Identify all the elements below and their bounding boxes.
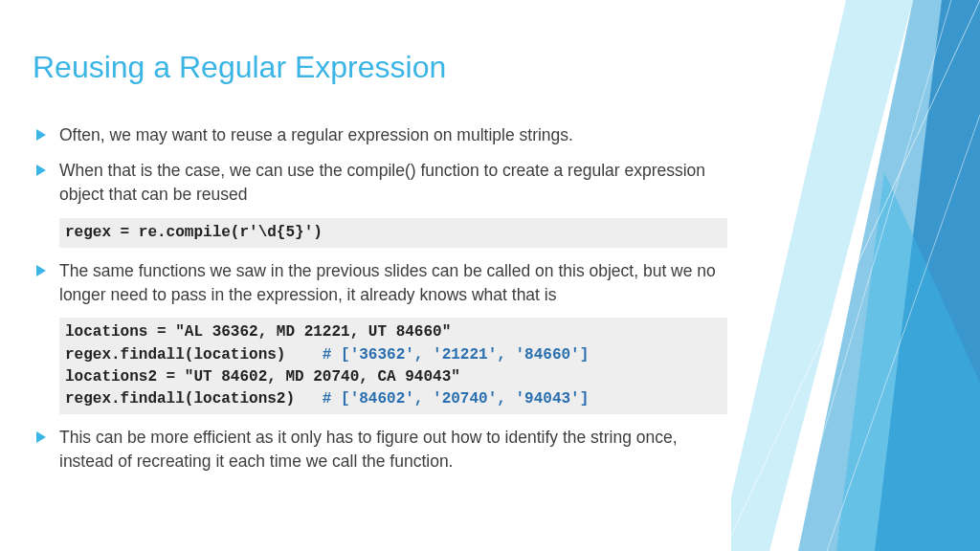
bullet-text: This can be more efficient as it only ha…	[59, 428, 678, 471]
code-comment: # ['84602', '20740', '94043']	[323, 390, 589, 408]
svg-line-5	[789, 0, 951, 551]
bullet-list: This can be more efficient as it only ha…	[33, 426, 727, 474]
code-block: regex = re.compile(r'\d{5}')	[59, 218, 727, 248]
bullet-text: Often, we may want to reuse a regular ex…	[59, 125, 573, 144]
svg-line-6	[827, 115, 980, 551]
code-line: regex = re.compile(r'\d{5}')	[65, 224, 323, 241]
bullet-item: When that is the case, we can use the co…	[33, 159, 727, 207]
code-comment: # ['36362', '21221', '84660']	[323, 346, 589, 364]
bullet-item: This can be more efficient as it only ha…	[33, 426, 727, 474]
svg-line-4	[731, 0, 980, 536]
code-line: locations2 = "UT 84602, MD 20740, CA 940…	[65, 368, 460, 386]
slide-background-decoration	[731, 0, 980, 551]
bullet-text: The same functions we saw in the previou…	[59, 261, 716, 304]
svg-marker-0	[798, 0, 980, 551]
slide-content: Reusing a Regular Expression Often, we m…	[0, 0, 766, 474]
bullet-item: Often, we may want to reuse a regular ex…	[33, 123, 727, 147]
code-line: regex.findall(locations2)	[65, 390, 323, 408]
bullet-item: The same functions we saw in the previou…	[33, 259, 727, 307]
bullet-list: Often, we may want to reuse a regular ex…	[33, 123, 727, 207]
bullet-list: The same functions we saw in the previou…	[33, 259, 727, 307]
svg-marker-3	[836, 172, 980, 551]
bullet-text: When that is the case, we can use the co…	[59, 161, 705, 204]
code-block: locations = "AL 36362, MD 21221, UT 8466…	[59, 318, 727, 414]
slide-title: Reusing a Regular Expression	[33, 50, 727, 85]
svg-marker-1	[875, 0, 980, 551]
code-line: regex.findall(locations)	[65, 346, 323, 364]
code-line: locations = "AL 36362, MD 21221, UT 8466…	[65, 323, 451, 341]
